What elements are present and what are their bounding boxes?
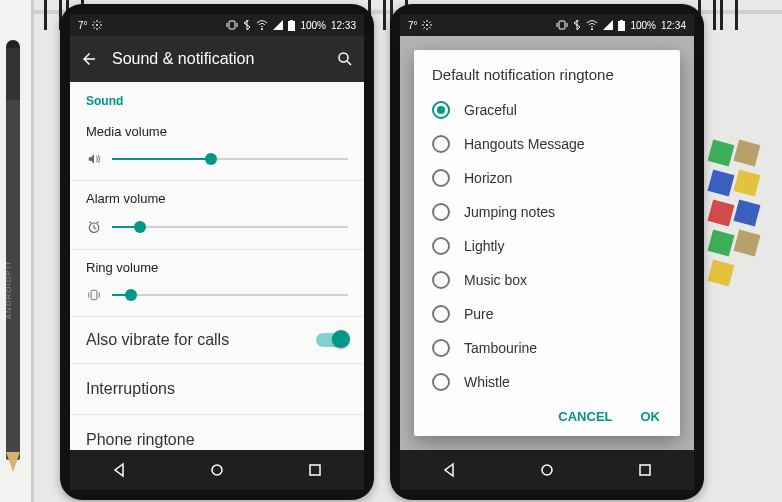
wifi-icon [256,20,268,30]
back-icon[interactable] [80,50,98,68]
status-temp: 7° [78,20,88,31]
ok-button[interactable]: OK [641,409,661,424]
ringtone-option[interactable]: Horizon [422,161,672,195]
weather-icon [92,20,102,30]
svg-rect-4 [290,20,293,21]
ring-volume-slider[interactable] [112,294,348,296]
nav-bar [400,450,694,490]
signal-icon [273,20,283,30]
radio-icon [432,135,450,153]
alarm-volume-label: Alarm volume [70,181,364,215]
status-battery: 100% [300,20,326,31]
radio-icon [432,203,450,221]
radio-icon [432,305,450,323]
phone-left: 7° 100% 12:33 Sound & notification Sound [60,4,374,500]
page-title: Sound & notification [112,50,254,68]
status-time: 12:34 [661,20,686,31]
ringtone-options-list: GracefulHangouts MessageHorizonJumping n… [414,93,680,399]
nav-recent[interactable] [290,456,340,484]
ringtone-option[interactable]: Lightly [422,229,672,263]
status-bar: 7° 100% 12:33 [70,14,364,36]
bluetooth-icon [243,20,251,30]
ringtone-option[interactable]: Tambourine [422,331,672,365]
ringtone-option[interactable]: Whistle [422,365,672,399]
interruptions-row[interactable]: Interruptions [70,364,364,414]
ringtone-option-label: Pure [464,306,494,322]
alarm-volume-slider[interactable] [112,226,348,228]
nav-back[interactable] [94,456,144,484]
pencil-brand: ANDROIDPIT [4,260,13,319]
svg-rect-13 [618,21,625,31]
ringtone-option-label: Horizon [464,170,512,186]
svg-point-10 [426,24,428,26]
svg-rect-1 [229,21,235,29]
svg-rect-16 [640,465,650,475]
media-icon [86,152,102,166]
svg-point-2 [261,28,263,30]
svg-rect-9 [310,465,320,475]
svg-point-8 [212,465,222,475]
ringtone-option-label: Jumping notes [464,204,555,220]
settings-content: Sound Media volume Alarm volume Ring vol… [70,82,364,450]
section-sound-title: Sound [70,82,364,114]
svg-point-5 [339,53,348,62]
cancel-button[interactable]: CANCEL [558,409,612,424]
status-battery: 100% [630,20,656,31]
ring-icon [86,288,102,302]
pencil-tip-decor [6,452,20,472]
ringtone-option[interactable]: Hangouts Message [422,127,672,161]
search-icon[interactable] [336,50,354,68]
status-temp: 7° [408,20,418,31]
vibrate-label: Also vibrate for calls [86,331,229,349]
nav-bar [70,450,364,490]
nav-home[interactable] [522,456,572,484]
radio-icon [432,373,450,391]
ringtone-option-label: Hangouts Message [464,136,585,152]
svg-point-0 [96,24,98,26]
vibrate-icon [226,20,238,30]
ringtone-option[interactable]: Pure [422,297,672,331]
weather-icon [422,20,432,30]
media-volume-slider[interactable] [112,158,348,160]
svg-rect-3 [288,21,295,31]
status-bar: 7° 100% 12:34 [400,14,694,36]
vibrate-icon [556,20,568,30]
ringtone-option-label: Lightly [464,238,504,254]
ringtone-option-label: Graceful [464,102,517,118]
bluetooth-icon [573,20,581,30]
signal-icon [603,20,613,30]
pencil-decor [6,40,20,460]
media-volume-label: Media volume [70,114,364,148]
radio-icon [432,101,450,119]
battery-icon [288,20,295,31]
status-time: 12:33 [331,20,356,31]
vibrate-for-calls-row[interactable]: Also vibrate for calls [70,317,364,363]
radio-icon [432,169,450,187]
svg-point-15 [542,465,552,475]
svg-point-12 [591,28,593,30]
nav-home[interactable] [192,456,242,484]
nav-recent[interactable] [620,456,670,484]
radio-icon [432,271,450,289]
ring-volume-label: Ring volume [70,250,364,284]
ringtone-option[interactable]: Jumping notes [422,195,672,229]
radio-icon [432,339,450,357]
ringtone-option-label: Whistle [464,374,510,390]
blocks-decor [708,140,778,290]
binder-clips-decor [698,0,742,34]
alarm-icon [86,219,102,235]
nav-back[interactable] [424,456,474,484]
ringtone-option-label: Music box [464,272,527,288]
ringtone-option-label: Tambourine [464,340,537,356]
ringtone-picker-dialog: Default notification ringtone GracefulHa… [414,50,680,436]
svg-rect-7 [91,290,97,299]
phone-ringtone-row[interactable]: Phone ringtone [70,415,364,450]
vibrate-toggle[interactable] [316,333,348,347]
dialog-title: Default notification ringtone [414,50,680,93]
app-bar: Sound & notification [70,36,364,82]
radio-icon [432,237,450,255]
ringtone-option[interactable]: Music box [422,263,672,297]
ringtone-option[interactable]: Graceful [422,93,672,127]
svg-rect-11 [559,21,565,29]
phone-right: 7° 100% 12:34 R A I P D G N W Show all [390,4,704,500]
